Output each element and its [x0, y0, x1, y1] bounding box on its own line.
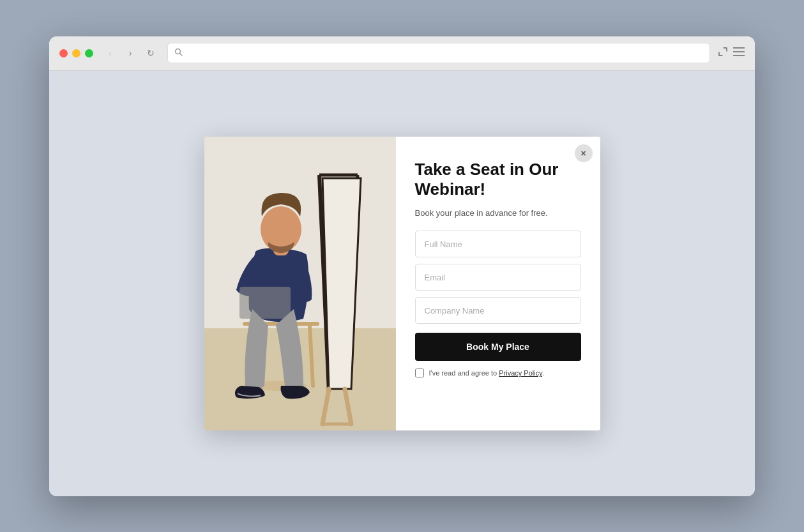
- company-name-input[interactable]: [415, 297, 581, 324]
- submit-button[interactable]: Book My Place: [415, 333, 581, 361]
- traffic-light-yellow[interactable]: [72, 49, 80, 57]
- full-name-input[interactable]: [415, 231, 581, 257]
- modal-title: Take a Seat in Our Webinar!: [415, 160, 581, 199]
- full-name-group: [415, 231, 581, 257]
- privacy-checkbox[interactable]: [415, 369, 424, 377]
- browser-chrome: ‹ › ↻: [49, 36, 755, 71]
- reload-icon: ↻: [147, 48, 155, 58]
- svg-point-19: [261, 206, 301, 252]
- modal-container: × Take a Seat in Our Webinar! Book your …: [204, 137, 600, 430]
- privacy-policy-link[interactable]: Privacy Policy: [499, 369, 542, 377]
- privacy-label: I've read and agree to Privacy Policy.: [429, 369, 544, 377]
- traffic-lights: [59, 49, 93, 57]
- menu-icon[interactable]: [733, 47, 745, 59]
- traffic-light-red[interactable]: [59, 49, 68, 57]
- close-icon: ×: [580, 148, 586, 158]
- back-icon: ‹: [109, 48, 112, 58]
- email-group: [415, 264, 581, 291]
- privacy-row: I've read and agree to Privacy Policy.: [415, 369, 581, 377]
- browser-nav: ‹ › ↻: [101, 44, 160, 62]
- modal-form-area: × Take a Seat in Our Webinar! Book your …: [396, 137, 600, 430]
- browser-window: ‹ › ↻: [49, 36, 755, 496]
- reload-button[interactable]: ↻: [142, 44, 160, 62]
- traffic-light-green[interactable]: [85, 49, 93, 57]
- address-input[interactable]: [188, 49, 703, 58]
- address-bar[interactable]: [167, 43, 710, 63]
- email-input[interactable]: [415, 264, 581, 291]
- search-icon: [174, 48, 183, 58]
- company-name-group: [415, 297, 581, 324]
- svg-line-1: [180, 54, 182, 56]
- close-button[interactable]: ×: [575, 144, 593, 162]
- back-button[interactable]: ‹: [101, 44, 119, 62]
- modal-image: [204, 137, 396, 430]
- browser-content: × Take a Seat in Our Webinar! Book your …: [49, 71, 755, 496]
- forward-icon: ›: [129, 48, 132, 58]
- page-content: × Take a Seat in Our Webinar! Book your …: [49, 71, 755, 496]
- expand-icon[interactable]: [718, 47, 728, 59]
- forward-button[interactable]: ›: [121, 44, 139, 62]
- svg-rect-20: [239, 287, 291, 319]
- modal-subtitle: Book your place in advance for free.: [415, 207, 581, 220]
- browser-actions: [718, 47, 745, 59]
